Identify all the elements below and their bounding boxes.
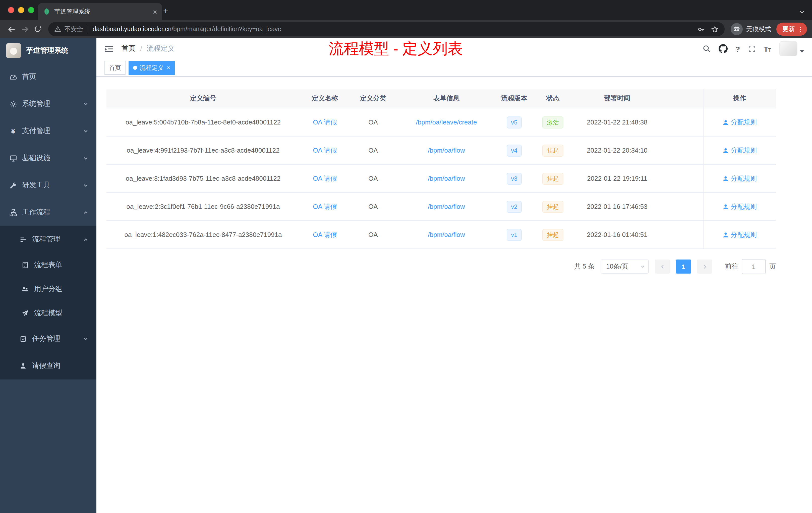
- assign-rule-link[interactable]: 分配规则: [723, 230, 757, 239]
- tab-close-icon[interactable]: ×: [153, 8, 157, 15]
- github-icon[interactable]: [718, 44, 727, 53]
- assign-rule-link[interactable]: 分配规则: [723, 174, 757, 183]
- sidebar-item-task-management[interactable]: 任务管理: [0, 325, 96, 352]
- user-avatar-menu[interactable]: [779, 41, 804, 56]
- cell-definition-id: oa_leave:1:482ec033-762a-11ec-8477-a2380…: [107, 221, 300, 249]
- assign-rule-link[interactable]: 分配规则: [723, 118, 757, 127]
- caret-down-icon: [800, 50, 804, 53]
- tag-label: 流程定义: [140, 63, 164, 72]
- page-size-select[interactable]: 10条/页: [601, 260, 649, 274]
- incognito-badge[interactable]: 无痕模式: [731, 23, 771, 35]
- sidebar-item-label: 首页: [22, 72, 36, 81]
- browser-menu-dots-icon[interactable]: ⋮: [798, 25, 804, 33]
- tab-search-chevron-icon[interactable]: [799, 9, 805, 15]
- prev-page-button[interactable]: [655, 260, 670, 274]
- security-label[interactable]: 不安全: [64, 25, 83, 33]
- sidebar-item-workflow[interactable]: 工作流程: [0, 199, 96, 226]
- sidebar-item-dev-tools[interactable]: 研发工具: [0, 172, 96, 199]
- tag-home[interactable]: 首页: [105, 61, 125, 75]
- user-icon: [19, 362, 27, 370]
- sidebar-item-process-form[interactable]: 流程表单: [0, 253, 96, 277]
- column-header-version: 流程版本: [497, 89, 532, 109]
- sidebar-item-process-management[interactable]: 流程管理: [0, 226, 96, 253]
- tags-view-bar: 首页 流程定义 ×: [96, 59, 812, 77]
- tag-close-icon[interactable]: ×: [167, 65, 170, 71]
- breadcrumb-separator: /: [140, 45, 142, 53]
- star-icon[interactable]: [711, 25, 719, 33]
- cell-deployed-time: 2022-01-16 17:46:53: [574, 193, 660, 221]
- hamburger-icon[interactable]: [105, 44, 114, 53]
- page-number-button[interactable]: 1: [676, 260, 691, 274]
- help-icon[interactable]: ?: [735, 44, 740, 53]
- warning-triangle-icon: [54, 26, 61, 33]
- form-link[interactable]: /bpm/oa/flow: [428, 203, 465, 210]
- sidebar-item-label: 流程模型: [34, 309, 62, 318]
- column-header-spacer: [660, 89, 703, 109]
- version-badge: v5: [506, 116, 522, 128]
- sidebar-item-process-model[interactable]: 流程模型: [0, 301, 96, 325]
- sidebar-item-user-group[interactable]: 用户分组: [0, 277, 96, 301]
- minimize-window-button[interactable]: [18, 7, 24, 13]
- back-icon[interactable]: [5, 23, 18, 36]
- app-logo[interactable]: 芋道管理系统: [0, 38, 96, 63]
- form-link[interactable]: /bpm/oa/leave/create: [416, 118, 477, 126]
- column-header-id: 定义编号: [107, 89, 300, 109]
- definition-name-link[interactable]: OA 请假: [313, 175, 337, 182]
- browser-toolbar: 不安全 dashboard.yudao.iocoder.cn /bpm/mana…: [0, 20, 812, 38]
- column-header-form: 表单信息: [396, 89, 497, 109]
- assign-rule-link[interactable]: 分配规则: [723, 202, 757, 211]
- omnibox-divider: [88, 26, 88, 33]
- sidebar-item-infrastructure[interactable]: 基础设施: [0, 145, 96, 172]
- sidebar-item-leave-query[interactable]: 请假查询: [0, 352, 96, 380]
- definition-name-link[interactable]: OA 请假: [313, 118, 337, 126]
- address-bar[interactable]: 不安全 dashboard.yudao.iocoder.cn /bpm/mana…: [48, 22, 725, 36]
- logo-image: [6, 43, 21, 58]
- cell-deployed-time: 2022-01-22 19:19:11: [574, 164, 660, 193]
- user-icon: [723, 119, 729, 125]
- goto-page-input[interactable]: [742, 259, 766, 274]
- sidebar-menu: 首页 系统管理 ¥ 支付管理: [0, 63, 96, 380]
- browser-tab[interactable]: 芋道管理系统 ×: [38, 3, 162, 20]
- next-page-button[interactable]: [697, 260, 712, 274]
- chevron-down-icon: [83, 128, 88, 134]
- key-icon[interactable]: [697, 25, 705, 33]
- search-icon[interactable]: [702, 45, 710, 53]
- chevron-down-icon: [83, 182, 88, 188]
- browser-window: 芋道管理系统 × + 不安全 dashboard.yudao.iocoder.c…: [0, 0, 812, 513]
- font-size-icon[interactable]: TT: [763, 44, 771, 53]
- definition-name-link[interactable]: OA 请假: [313, 203, 337, 210]
- column-header-actions: 操作: [703, 89, 776, 109]
- status-badge: 挂起: [542, 173, 563, 184]
- sidebar-item-system[interactable]: 系统管理: [0, 90, 96, 117]
- table-row: oa_leave:3:1fad3d93-7b75-11ec-a3c8-acde4…: [107, 164, 776, 193]
- cell-category: OA: [350, 221, 396, 249]
- form-link[interactable]: /bpm/oa/flow: [428, 175, 465, 182]
- definition-name-link[interactable]: OA 请假: [313, 146, 337, 154]
- close-window-button[interactable]: [8, 7, 14, 13]
- tag-process-definition[interactable]: 流程定义 ×: [128, 61, 175, 75]
- definition-name-link[interactable]: OA 请假: [313, 231, 337, 238]
- url-domain: dashboard.yudao.iocoder.cn: [93, 26, 172, 33]
- cell-spacer: [660, 109, 703, 137]
- new-tab-button[interactable]: +: [159, 4, 172, 18]
- monitor-icon: [9, 154, 17, 162]
- sidebar-item-label: 系统管理: [22, 99, 50, 109]
- update-browser-button[interactable]: 更新 ⋮: [776, 23, 807, 36]
- incognito-spy-icon: [731, 23, 743, 35]
- sidebar-item-payment[interactable]: ¥ 支付管理: [0, 117, 96, 145]
- forward-icon[interactable]: [18, 23, 31, 36]
- version-badge: v1: [506, 229, 522, 241]
- form-link[interactable]: /bpm/oa/flow: [428, 231, 465, 238]
- reload-icon[interactable]: [31, 23, 44, 36]
- version-badge: v4: [506, 144, 522, 156]
- list-icon: [19, 235, 27, 243]
- fullscreen-icon[interactable]: [748, 45, 755, 53]
- assign-rule-link[interactable]: 分配规则: [723, 146, 757, 155]
- breadcrumb-home[interactable]: 首页: [121, 44, 136, 53]
- avatar: [779, 41, 798, 56]
- definition-table: 定义编号 定义名称 定义分类 表单信息 流程版本 状态 部署时间 操作: [107, 89, 776, 249]
- cell-spacer: [660, 137, 703, 164]
- sidebar-item-home[interactable]: 首页: [0, 63, 96, 90]
- zoom-window-button[interactable]: [28, 7, 34, 13]
- form-link[interactable]: /bpm/oa/flow: [428, 147, 465, 154]
